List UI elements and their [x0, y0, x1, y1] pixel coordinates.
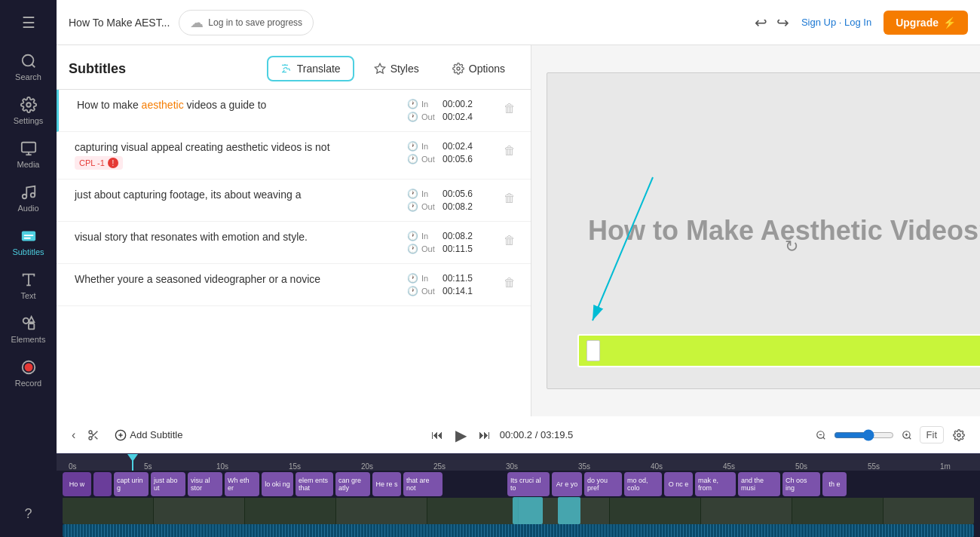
subtitle-row[interactable]: just about capturing footage, its about … [57, 180, 531, 222]
sidebar-item-subtitles[interactable]: Subtitles [0, 220, 57, 264]
subtitle-chip[interactable]: Ar e yo [552, 472, 582, 496]
clock-out-icon: 🕐 [407, 286, 418, 296]
subtitle-chip[interactable]: O nc e [664, 472, 693, 496]
subtitle-chip[interactable]: elem ents that [296, 472, 333, 496]
sidebar-label-media: Media [17, 160, 40, 169]
log-in-save-button[interactable]: ☁ Log in to save progress [179, 10, 314, 35]
subtitle-chip[interactable]: Ho w [63, 472, 91, 496]
help-button[interactable]: ? [17, 499, 39, 529]
subtitle-chip[interactable]: Wh eth er [225, 472, 259, 496]
sidebar-item-search[interactable]: Search [0, 45, 57, 89]
translate-tab[interactable]: Translate [267, 56, 354, 81]
svg-rect-3 [21, 143, 35, 152]
delete-button[interactable]: 🗑 [501, 141, 519, 161]
upgrade-button[interactable]: Upgrade ⚡ [884, 11, 968, 35]
menu-button[interactable]: ☰ [16, 8, 41, 38]
subtitle-panel: Subtitles Translate Styles Options [57, 45, 531, 416]
sign-up-link[interactable]: Sign Up [801, 17, 836, 28]
ruler-mark: 25s [433, 462, 446, 471]
subtitle-chip[interactable]: capt urin g [114, 472, 149, 496]
redo-button[interactable]: ↪ [773, 11, 792, 35]
subtitle-timing: 🕐 In 00:11.5 🕐 Out 00:14.1 [407, 273, 498, 296]
subtitle-chip[interactable]: that are not [403, 472, 443, 496]
subtitle-chip[interactable]: visu al stor [188, 472, 222, 496]
audio-wave [63, 524, 974, 537]
rewind-button[interactable]: ⏮ [428, 425, 446, 445]
delete-button[interactable]: 🗑 [501, 231, 519, 250]
subtitle-chip[interactable]: Ch oos ing [782, 472, 820, 496]
prev-button[interactable]: ‹ [69, 425, 78, 445]
subtitle-chip[interactable]: He re s [372, 472, 401, 496]
sidebar-item-record[interactable]: Record [0, 351, 57, 395]
zoom-slider[interactable] [834, 429, 894, 441]
subtitle-timing: 🕐 In 00:05.6 🕐 Out 00:08.2 [407, 189, 498, 212]
ruler-mark: 1m [940, 462, 951, 471]
zoom-out-button[interactable] [813, 427, 829, 443]
ruler-mark: 35s [578, 462, 590, 471]
subtitle-chip[interactable]: can gre atly [335, 472, 370, 496]
subtitle-chip[interactable]: lo oki ng [262, 472, 293, 496]
add-subtitle-button[interactable]: Add Subtitle [109, 426, 188, 444]
delete-button[interactable]: 🗑 [501, 99, 519, 118]
upgrade-label: Upgrade [896, 17, 939, 29]
timing-out-label: Out [421, 244, 439, 253]
sidebar-item-text[interactable]: Text [0, 264, 57, 308]
zoom-controls: Fit [813, 426, 944, 443]
sidebar-item-settings[interactable]: Settings [0, 89, 57, 133]
svg-point-36 [957, 434, 960, 437]
subtitle-chip[interactable]: mak e, from [695, 472, 736, 496]
timing-out-label: Out [421, 202, 439, 211]
timing-in-label: In [421, 232, 439, 241]
total-time: 03:19.5 [541, 429, 573, 440]
subtitle-chip[interactable]: Its cruci al to [507, 472, 550, 496]
subtitle-row[interactable]: capturing visual appeal creating aesthet… [57, 132, 531, 180]
subtitle-text: just about capturing footage, its about … [69, 189, 407, 201]
subtitle-text: capturing visual appeal creating aesthet… [69, 141, 407, 170]
fast-forward-button[interactable]: ⏭ [476, 425, 494, 445]
timing-in-label: In [421, 100, 439, 109]
ruler-mark: 30s [506, 462, 518, 471]
subtitle-chip[interactable]: just abo ut [151, 472, 185, 496]
subtitle-chip[interactable]: mo od, colo [624, 472, 662, 496]
timing-out-row: 🕐 Out 00:14.1 [407, 286, 498, 296]
subtitle-left-handle[interactable] [586, 340, 600, 361]
delete-button[interactable]: 🗑 [501, 273, 519, 293]
timing-in-row: 🕐 In 00:05.6 [407, 189, 498, 199]
timeline-settings-button[interactable] [950, 426, 968, 444]
subtitle-panel-header: Subtitles Translate Styles Options [57, 45, 531, 90]
timing-out-row: 🕐 Out 00:02.4 [407, 112, 498, 122]
svg-point-6 [22, 195, 26, 199]
subtitle-row[interactable]: How to make aesthetic videos a guide to … [57, 90, 531, 132]
subtitle-chip[interactable] [93, 472, 112, 496]
timing-in-row: 🕐 In 00:11.5 [407, 273, 498, 284]
sidebar-item-elements[interactable]: Elements [0, 308, 57, 351]
undo-button[interactable]: ↩ [752, 11, 770, 35]
undo-redo-group: ↩ ↪ [752, 11, 792, 35]
ruler-mark: 45s [723, 462, 735, 471]
zoom-in-button[interactable] [899, 427, 915, 443]
subtitle-chip[interactable]: do you pref [584, 472, 622, 496]
clock-out-icon: 🕐 [407, 112, 418, 122]
video-subtitle-bar[interactable] [577, 334, 980, 367]
subtitle-chip[interactable]: and the musi [738, 472, 780, 496]
cut-button[interactable] [84, 426, 103, 444]
log-in-link[interactable]: Log In [844, 17, 871, 28]
sidebar-label-search: Search [15, 72, 41, 81]
subtitle-text: Whether youre a seasoned videographer or… [69, 273, 407, 285]
fit-button[interactable]: Fit [920, 426, 944, 443]
subtitle-row[interactable]: Whether youre a seasoned videographer or… [57, 264, 531, 306]
subtitle-row[interactable]: visual story that resonates with emotion… [57, 222, 531, 264]
play-button[interactable]: ▶ [452, 423, 470, 447]
delete-button[interactable]: 🗑 [501, 189, 519, 208]
options-tab[interactable]: Options [439, 56, 519, 81]
sidebar-item-audio[interactable]: Audio [0, 176, 57, 220]
subtitle-chip[interactable]: th e [822, 472, 847, 496]
sidebar-item-media[interactable]: Media [0, 133, 57, 176]
ruler-mark: 15s [289, 462, 301, 471]
rotate-icon: ↻ [785, 237, 798, 256]
timing-in-value: 00:11.5 [443, 273, 473, 284]
styles-tab[interactable]: Styles [360, 56, 433, 81]
timeline-section: ‹ Add Subtitle ⏮ ▶ ⏭ 00:00.2 / 03:19.5 [57, 416, 980, 537]
time-display: 00:00.2 / 03:19.5 [500, 429, 574, 440]
playhead [132, 454, 133, 471]
